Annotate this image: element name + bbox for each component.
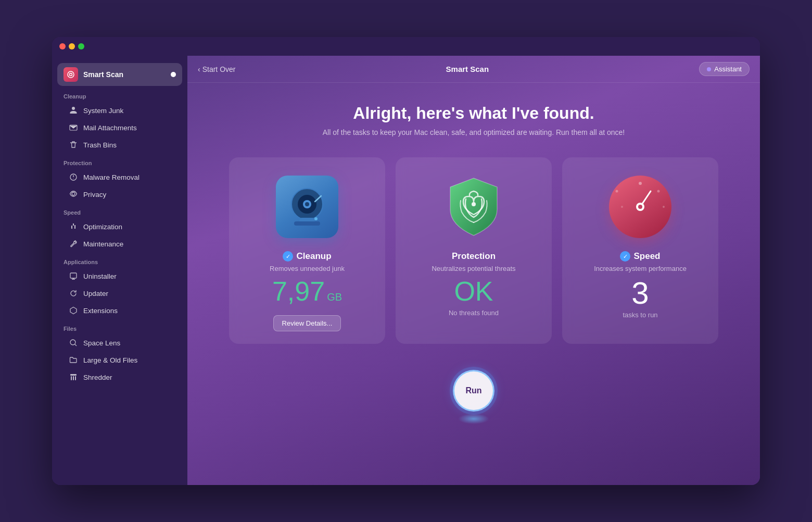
folder-icon bbox=[69, 355, 78, 365]
malware-icon bbox=[69, 172, 78, 182]
main-area: Smart Scan Cleanup System Junk bbox=[52, 56, 760, 485]
svg-point-28 bbox=[638, 205, 642, 209]
svg-point-24 bbox=[616, 190, 618, 193]
run-button-glow bbox=[458, 414, 489, 424]
sidebar-item-optimization[interactable]: Optimization bbox=[57, 218, 182, 235]
sidebar-item-privacy[interactable]: Privacy bbox=[57, 186, 182, 203]
optimization-label: Optimization bbox=[83, 223, 122, 231]
svg-rect-9 bbox=[73, 376, 74, 380]
system-junk-label: System Junk bbox=[83, 107, 123, 115]
assistant-label: Assistant bbox=[714, 65, 742, 73]
updater-label: Updater bbox=[83, 290, 108, 297]
section-label-protection: Protection bbox=[52, 154, 187, 168]
section-label-applications: Applications bbox=[52, 253, 187, 267]
svg-point-20 bbox=[472, 202, 476, 206]
sidebar-item-updater[interactable]: Updater bbox=[57, 285, 182, 302]
svg-point-0 bbox=[68, 71, 74, 78]
review-details-button[interactable]: Review Details... bbox=[273, 315, 341, 331]
space-lens-label: Space Lens bbox=[83, 339, 120, 347]
traffic-lights bbox=[59, 43, 84, 49]
protection-icon-area bbox=[440, 173, 508, 241]
protection-card-title: Protection bbox=[452, 251, 496, 262]
optimization-icon bbox=[69, 222, 78, 231]
protection-desc: No threats found bbox=[449, 309, 499, 317]
smart-scan-icon bbox=[64, 67, 78, 82]
sidebar-item-extensions[interactable]: Extensions bbox=[57, 302, 182, 319]
sidebar-item-trash-bins[interactable]: Trash Bins bbox=[57, 136, 182, 153]
cleanup-value: 7,97 GB bbox=[272, 278, 342, 305]
trash-bins-label: Trash Bins bbox=[83, 141, 117, 149]
shredder-icon bbox=[69, 372, 78, 382]
sidebar-section-files: Files Space Lens bbox=[52, 319, 187, 386]
protection-card: Protection Neutralizes potential threats… bbox=[396, 157, 552, 344]
cleanup-check-badge: ✓ bbox=[283, 251, 293, 262]
toggle-dot bbox=[171, 72, 176, 77]
shredder-label: Shredder bbox=[83, 374, 112, 381]
main-subheadline: All of the tasks to keep your Mac clean,… bbox=[323, 128, 625, 136]
back-button[interactable]: ‹ Start Over bbox=[198, 65, 235, 73]
updater-icon bbox=[69, 289, 78, 298]
speed-check-badge: ✓ bbox=[620, 251, 630, 262]
cleanup-subtitle: Removes unneeded junk bbox=[270, 265, 345, 272]
run-button-container: Run bbox=[453, 370, 494, 424]
cards-row: ✓ Cleanup Removes unneeded junk 7,97 GB … bbox=[229, 157, 718, 344]
uninstaller-label: Uninstaller bbox=[83, 272, 117, 280]
maintenance-icon bbox=[69, 239, 78, 248]
svg-point-21 bbox=[639, 182, 642, 185]
minimize-button[interactable] bbox=[69, 43, 75, 49]
svg-point-1 bbox=[70, 73, 72, 76]
svg-point-22 bbox=[657, 190, 660, 193]
content-body: Alright, here's what I've found. All of … bbox=[187, 83, 760, 485]
gauge-icon bbox=[609, 176, 671, 238]
protection-value: OK bbox=[454, 278, 493, 305]
speed-value: 3 bbox=[631, 278, 649, 309]
sidebar-item-smart-scan[interactable]: Smart Scan bbox=[57, 63, 182, 86]
svg-rect-8 bbox=[71, 376, 72, 380]
maintenance-label: Maintenance bbox=[83, 240, 123, 248]
cleanup-badge-row: ✓ Cleanup bbox=[283, 251, 331, 262]
uninstaller-icon bbox=[69, 271, 78, 281]
extensions-icon bbox=[69, 306, 78, 315]
system-junk-icon bbox=[69, 106, 78, 115]
privacy-label: Privacy bbox=[83, 191, 106, 198]
sidebar-item-uninstaller[interactable]: Uninstaller bbox=[57, 268, 182, 284]
svg-point-4 bbox=[72, 192, 75, 195]
trash-icon bbox=[69, 140, 78, 150]
sidebar-item-space-lens[interactable]: Space Lens bbox=[57, 334, 182, 351]
cleanup-value-number: 7,97 bbox=[272, 278, 325, 305]
chevron-left-icon: ‹ bbox=[198, 65, 200, 73]
run-button[interactable]: Run bbox=[453, 370, 494, 412]
sidebar-item-malware-removal[interactable]: Malware Removal bbox=[57, 169, 182, 185]
mail-icon bbox=[69, 123, 78, 132]
close-button[interactable] bbox=[59, 43, 66, 49]
speed-card-title: Speed bbox=[633, 251, 660, 262]
svg-point-25 bbox=[621, 206, 623, 208]
title-bar bbox=[52, 37, 760, 56]
sidebar-item-mail-attachments[interactable]: Mail Attachments bbox=[57, 119, 182, 136]
fullscreen-button[interactable] bbox=[78, 43, 84, 49]
cleanup-card: ✓ Cleanup Removes unneeded junk 7,97 GB … bbox=[229, 157, 385, 344]
sidebar-item-large-old-files[interactable]: Large & Old Files bbox=[57, 352, 182, 368]
content-area: ‹ Start Over Smart Scan Assistant Alrigh… bbox=[187, 56, 760, 485]
privacy-icon bbox=[69, 190, 78, 199]
space-lens-icon bbox=[69, 338, 78, 347]
sidebar-section-speed: Speed Optimization Maintena bbox=[52, 203, 187, 252]
sidebar-item-system-junk[interactable]: System Junk bbox=[57, 102, 182, 119]
svg-point-6 bbox=[70, 340, 75, 345]
sidebar-item-maintenance[interactable]: Maintenance bbox=[57, 235, 182, 252]
speed-icon-area bbox=[606, 173, 674, 241]
sidebar-section-applications: Applications Uninstaller bbox=[52, 253, 187, 319]
speed-card: ✓ Speed Increases system performance 3 t… bbox=[562, 157, 718, 344]
section-label-cleanup: Cleanup bbox=[52, 87, 187, 102]
cleanup-value-unit: GB bbox=[327, 291, 342, 303]
svg-point-15 bbox=[305, 202, 309, 206]
sidebar-section-protection: Protection Malware Removal bbox=[52, 154, 187, 203]
disk-drive-icon bbox=[276, 176, 338, 238]
svg-point-23 bbox=[663, 206, 665, 208]
assistant-button[interactable]: Assistant bbox=[699, 62, 750, 76]
sidebar-item-shredder[interactable]: Shredder bbox=[57, 369, 182, 386]
assistant-dot-icon bbox=[707, 67, 711, 71]
smart-scan-label: Smart Scan bbox=[83, 70, 166, 79]
protection-subtitle: Neutralizes potential threats bbox=[432, 265, 515, 272]
cleanup-card-title: Cleanup bbox=[296, 251, 331, 262]
